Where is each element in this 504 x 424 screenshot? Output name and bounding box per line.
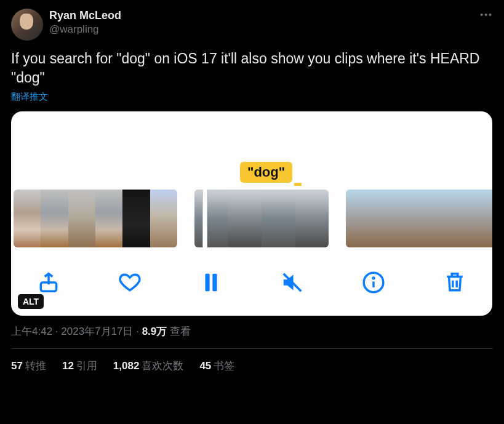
scrub-marker [294,183,302,186]
tweet-text: If you search for "dog" on iOS 17 it'll … [11,49,493,87]
views-count: 8.9万 [142,326,167,337]
avatar[interactable] [11,9,43,41]
tweet-stats: 57转推 12引用 1,082喜欢次数 45书签 [11,349,493,373]
retweets-stat[interactable]: 57转推 [11,359,46,373]
heart-icon[interactable] [117,270,143,295]
likes-stat[interactable]: 1,082喜欢次数 [113,359,184,373]
caption-bubble: "dog" [240,162,292,183]
tweet-meta: 上午4:42 · 2023年7月17日 · 8.9万 查看 [11,324,493,349]
more-icon[interactable]: ••• [480,10,493,20]
timestamp[interactable]: 上午4:42 [11,326,52,337]
mute-icon[interactable] [279,270,305,295]
clip-thumb[interactable] [194,190,329,247]
display-name: Ryan McLeod [49,9,121,23]
alt-badge[interactable]: ALT [18,294,44,309]
share-icon[interactable] [36,270,62,295]
user-handle: @warpling [49,23,121,36]
trash-icon[interactable] [442,270,468,295]
pause-icon[interactable] [198,270,224,295]
svg-point-5 [373,278,374,279]
svg-rect-2 [212,274,217,292]
date[interactable]: 2023年7月17日 [61,326,133,337]
tweet-header: Ryan McLeod @warpling ••• [11,9,493,41]
media-toolbar [11,264,492,301]
translate-link[interactable]: 翻译推文 [11,91,48,103]
clip-thumb[interactable] [346,190,492,247]
views-label: 查看 [167,326,191,337]
media-attachment[interactable]: "dog" [11,111,492,316]
info-icon[interactable] [361,270,386,295]
playhead-icon[interactable] [203,190,207,247]
svg-rect-1 [206,274,210,292]
user-block[interactable]: Ryan McLeod @warpling [49,9,121,36]
bookmarks-stat[interactable]: 45书签 [199,359,234,373]
clip-thumb[interactable] [14,190,177,247]
video-timeline[interactable] [11,190,492,247]
tweet: Ryan McLeod @warpling ••• If you search … [0,0,504,373]
quotes-stat[interactable]: 12引用 [62,359,97,373]
